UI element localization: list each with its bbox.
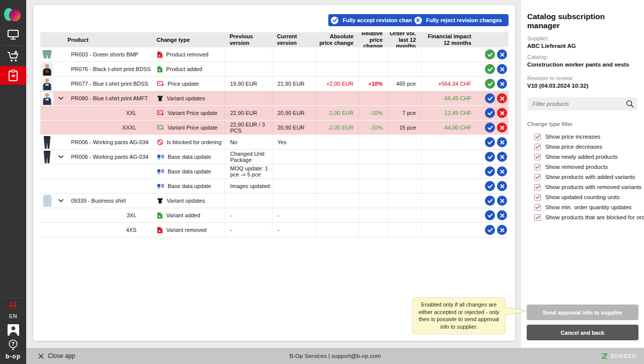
reject-change-button[interactable] [497,196,507,206]
reject-change-button[interactable] [497,64,507,74]
change-type-label: Variant updates [167,95,205,101]
checkbox[interactable] [534,184,541,191]
accept-change-button[interactable] [485,108,495,118]
reject-change-button[interactable] [497,210,507,220]
thumbnail-empty [40,164,54,178]
reject-change-button[interactable] [497,79,507,89]
checkbox[interactable] [534,144,541,150]
relative-price-change-cell [359,62,388,76]
checkbox[interactable] [534,214,541,221]
current-version-cell [272,150,316,164]
checkbox[interactable] [534,194,541,201]
doc-added-icon [157,66,163,73]
doc-removed-icon [157,227,163,233]
catalog-label: Catalog: [527,54,638,60]
change-type-label: Base data update [168,154,211,160]
help-icon[interactable]: ? [0,339,26,350]
accept-change-button[interactable] [485,152,495,162]
send-approval-button[interactable]: Send approval info to supplier [527,305,638,320]
catalog-review-icon[interactable] [0,66,26,85]
relative-price-change-cell [359,47,388,62]
table-row: XXLVariant Price update22,90 EUR20,90 EU… [40,106,509,120]
add-to-cart-icon[interactable] [0,49,26,64]
blocked-icon [157,139,163,145]
checkbox[interactable] [534,164,541,170]
table-row: 4XSVariant removed-- [40,223,509,237]
row-actions-cell [476,106,509,120]
users-icon[interactable] [0,301,26,309]
accept-change-button[interactable] [485,181,495,191]
accept-change-button[interactable] [485,79,495,89]
chevron-down-icon[interactable] [58,155,64,159]
fully-reject-revision-changes-button[interactable]: Fully reject revision changes [412,14,509,26]
search-icon[interactable] [626,100,634,110]
change-type-cell: Product removed [157,47,225,62]
accept-change-button[interactable] [485,196,495,206]
cancel-and-back-button[interactable]: Cancel and back [527,325,638,340]
accept-change-button[interactable] [485,210,495,220]
financial-impact-cell [421,150,476,164]
reject-change-button[interactable] [497,225,507,235]
accept-change-button[interactable] [485,123,495,133]
reject-change-button[interactable] [497,166,507,176]
screen-icon[interactable] [0,28,26,41]
product-name: PR080 - Blue t-shirt print AMFT [67,91,157,105]
chevron-down-icon[interactable] [58,199,64,203]
accept-change-button[interactable] [485,64,495,74]
reject-change-button[interactable] [497,108,507,118]
previous-version-cell: No [225,135,272,149]
change-type-label: Variant updates [167,198,205,204]
change-type-label: Variant added [166,212,200,218]
thumbnail-empty [40,179,54,193]
zugseil-logo: ZUGSEIL [601,353,638,359]
checkbox[interactable] [534,134,541,140]
previous-version-cell: 22,90 EUR / 3 PCS [225,120,272,135]
current-version-cell [272,194,316,208]
current-version-cell: 20,90 EUR [272,120,316,135]
brand-logo-circle-shape [9,10,21,21]
tag-red-icon [157,81,164,87]
change-type-cell: Price update [157,77,225,91]
previous-version-cell [225,91,272,105]
table-row: PR080 - Blue t-shirt print AMFTVariant u… [40,91,509,106]
financial-impact-cell [421,208,476,222]
order-volume-cell: 15 pce [388,120,421,135]
reject-change-button[interactable] [497,93,507,103]
filter-label: Show updated counting units [545,194,620,200]
order-volume-cell [388,208,421,222]
relative-price-change-cell: -10% [359,106,388,120]
product-thumbnail [40,91,54,105]
relative-price-change-cell [359,179,388,193]
checkbox[interactable] [534,174,541,180]
relative-price-change-cell [359,208,388,222]
chevron-down-icon[interactable] [58,96,64,100]
checkbox[interactable] [534,204,541,211]
accept-change-button[interactable] [485,137,495,147]
row-actions-cell [476,208,509,222]
filter-products-input[interactable] [527,101,637,107]
accept-change-button[interactable] [485,49,495,59]
language-switch[interactable]: EN [0,312,26,320]
row-actions-cell [476,47,509,62]
reject-change-button[interactable] [497,123,507,133]
accept-change-button[interactable] [485,166,495,176]
relative-price-change-cell [359,194,388,208]
checkbox[interactable] [534,154,541,160]
profile-icon[interactable] [0,324,26,336]
reject-change-button[interactable] [497,181,507,191]
column-header-empty [40,32,54,47]
filter-checkbox-row: Show products with removed variants [534,182,644,192]
accept-change-button[interactable] [485,93,495,103]
row-actions-cell [476,135,509,149]
reject-change-button[interactable] [497,137,507,147]
accept-change-button[interactable] [485,225,495,235]
sidebar-divider [3,297,23,298]
financial-impact-cell: -12,45 CHF [421,106,476,120]
reject-change-button[interactable] [497,49,507,59]
reject-change-button[interactable] [497,152,507,162]
absolute-price-change-cell [316,223,359,237]
brand-logo [0,4,26,23]
change-type-label: Product added [166,66,202,72]
filter-checkbox-row: Show min. order quantity updates [534,202,644,212]
table-row: PR006 - Working pants AG-034Is blocked f… [40,135,509,150]
